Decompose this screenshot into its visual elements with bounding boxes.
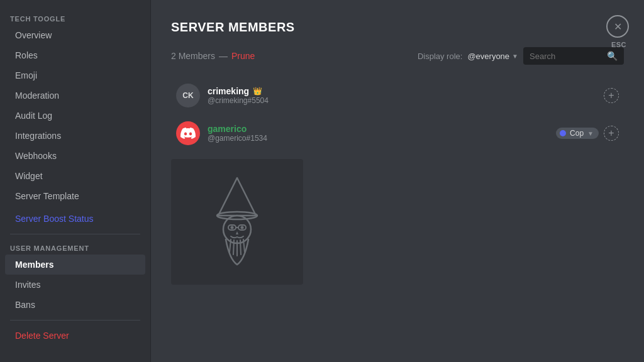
member-tag: @crimeking#5504 [208,96,596,105]
member-actions: + [604,88,619,103]
members-count: 2 Members — Prune [171,51,255,61]
sidebar-item-label: Delete Server [15,331,69,341]
member-info: gamerico@gamerico#1534 [208,124,548,143]
close-icon: ✕ [614,21,622,33]
role-label: Cop [570,129,584,138]
add-role-button[interactable]: + [604,126,619,141]
member-name: gamerico [208,124,548,134]
member-name: crimeking👑 [208,86,596,96]
page-title: SERVER MEMBERS [171,20,624,35]
sidebar-item-webhooks[interactable]: Webhooks [5,146,145,166]
svg-point-3 [241,226,244,229]
avatar: CK [176,84,200,107]
sidebar-item-delete-server[interactable]: Delete Server [5,326,145,346]
chevron-down-icon: ▼ [587,130,594,137]
sidebar-item-invites[interactable]: Invites [5,275,145,295]
sidebar-item-label: Server Template [15,191,79,201]
search-input[interactable] [530,52,603,61]
sidebar-item-label: Server Boost Status [15,214,94,224]
esc-label: ESC [611,41,626,48]
sidebar-item-integrations[interactable]: Integrations [5,126,145,146]
sidebar-item-label: Webhooks [15,151,57,161]
role-dot [560,130,566,136]
sidebar-item-server-template[interactable]: Server Template [5,186,145,206]
svg-line-10 [240,240,241,255]
sidebar-item-label: Members [15,260,53,270]
search-icon: 🔍 [607,51,618,61]
table-row[interactable]: gamerico@gamerico#1534Cop▼+ [171,115,624,151]
member-actions: Cop▼+ [556,126,619,141]
member-list: CKcrimeking👑@crimeking#5504+ gamerico@ga… [171,77,624,151]
sidebar: TECH TOOGLE OverviewRolesEmojiModeration… [0,0,151,362]
display-role-label: Display role: [418,52,463,61]
sidebar-item-overview[interactable]: Overview [5,25,145,45]
prune-link[interactable]: Prune [231,51,255,61]
sidebar-item-label: Emoji [15,70,37,80]
sidebar-item-audit-log[interactable]: Audit Log [5,106,145,126]
sidebar-item-members[interactable]: Members [5,255,145,275]
wizard-illustration [171,159,303,285]
count-text: 2 Members [171,51,215,61]
member-info: crimeking👑@crimeking#5504 [208,86,596,105]
main-content: SERVER MEMBERS ✕ ESC 2 Members — Prune D… [151,0,644,362]
separator: — [219,51,228,61]
sidebar-item-label: Invites [15,280,40,290]
sidebar-item-label: Widget [15,171,43,181]
member-tag: @gamerico#1534 [208,134,548,143]
members-filters: Display role: @everyone ▼ 🔍 [418,47,624,65]
avatar [176,121,200,145]
sidebar-item-label: Integrations [15,131,61,141]
table-row[interactable]: CKcrimeking👑@crimeking#5504+ [171,77,624,114]
sidebar-item-moderation[interactable]: Moderation [5,85,145,106]
sidebar-item-label: Roles [15,50,38,60]
divider [10,234,140,234]
sidebar-item-label: Bans [15,300,35,310]
svg-line-8 [233,240,234,255]
sidebar-item-server-boost-status[interactable]: Server Boost Status [5,209,145,229]
sidebar-item-roles[interactable]: Roles [5,45,145,65]
wizard-svg [199,172,275,272]
add-role-button[interactable]: + [604,88,619,103]
role-badge[interactable]: Cop▼ [556,128,599,139]
role-value: @everyone [467,52,509,61]
close-button[interactable]: ✕ [606,15,629,38]
server-name: TECH TOOGLE [0,10,150,25]
search-box: 🔍 [523,47,624,65]
sidebar-item-label: Overview [15,30,52,40]
sidebar-item-label: Moderation [15,90,59,101]
user-management-section-title: USER MANAGEMENT [0,239,150,255]
sidebar-item-label: Audit Log [15,111,52,121]
chevron-down-icon: ▼ [512,53,518,60]
role-select[interactable]: @everyone ▼ [467,52,518,61]
sidebar-item-emoji[interactable]: Emoji [5,65,145,85]
svg-point-2 [231,226,234,229]
sidebar-item-bans[interactable]: Bans [5,295,145,315]
divider-2 [10,320,140,321]
members-header: 2 Members — Prune Display role: @everyon… [171,47,624,65]
crown-icon: 👑 [253,87,262,96]
sidebar-item-widget[interactable]: Widget [5,166,145,186]
